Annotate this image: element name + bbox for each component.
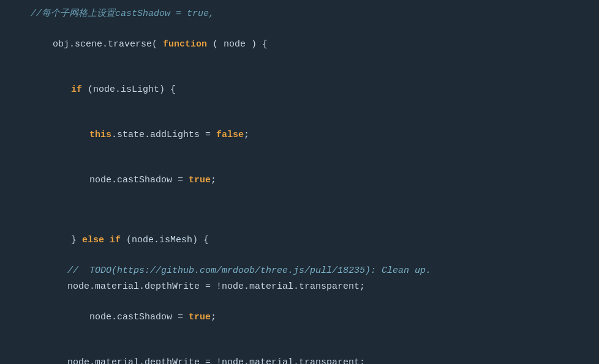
line-else-if: } else if (node.isMesh) { [12, 218, 587, 263]
keyword-function: function [163, 39, 207, 50]
line-traverse: obj.scene.traverse( function ( node ) { [12, 22, 587, 67]
line-depthwrite2: node.material.depthWrite = !node.materia… [12, 355, 587, 364]
line-if-islight: if (node.isLight) { [12, 67, 587, 113]
keyword-true2: true [189, 312, 211, 322]
line-todo-comment: // TODO(https://github.com/mrdoob/three.… [12, 263, 587, 279]
keyword-this: this [89, 130, 111, 140]
if-condition2: (node.isMesh) { [121, 235, 209, 245]
semicolon3: ; [211, 312, 216, 322]
keyword-true1: true [189, 175, 211, 185]
line-castshadow2: node.castShadow = true; [12, 295, 587, 340]
castshadow-prefix1: node.castShadow = [89, 175, 189, 185]
keyword-if1: if [71, 84, 82, 95]
castshadow-prefix2: node.castShadow = [89, 312, 189, 322]
keyword-false: false [216, 130, 244, 140]
semicolon1: ; [244, 130, 249, 140]
else-space [104, 235, 110, 245]
empty-line-2 [12, 340, 587, 355]
if-condition1: (node.isLight) { [82, 84, 176, 95]
line-this-state: this.state.addLights = false; [12, 113, 587, 158]
line-depthwrite1: node.material.depthWrite = !node.materia… [12, 279, 587, 295]
empty-line-1 [12, 203, 587, 218]
keyword-if2: if [110, 235, 121, 245]
code-editor: //每个子网格上设置castShadow = true, obj.scene.t… [0, 0, 599, 364]
state-addlights: .state.addLights = [111, 130, 216, 140]
keyword-else: else [82, 235, 104, 245]
traverse-prefix: obj.scene.traverse( [53, 39, 163, 50]
line-comment-castShadow: //每个子网格上设置castShadow = true, [12, 6, 587, 22]
semicolon2: ; [211, 175, 216, 185]
traverse-suffix: ( node ) { [207, 39, 268, 50]
line-castshadow1: node.castShadow = true; [12, 158, 587, 203]
close-brace1: } [71, 235, 82, 245]
